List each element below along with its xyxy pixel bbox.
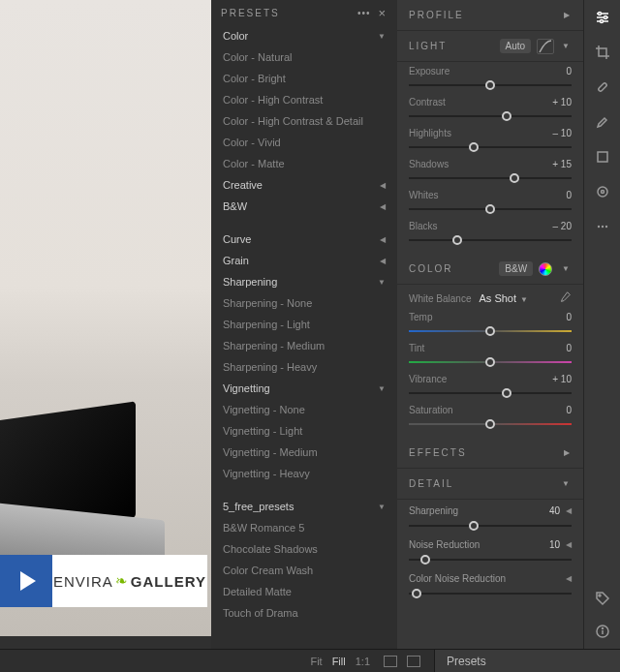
preset-item[interactable]: Touch of Drama [211,602,397,624]
slider-highlights[interactable]: Highlights– 10 [397,128,583,155]
detail-label: DETAIL [409,478,453,489]
color-section: COLOR B&W ▼ [397,254,583,285]
svg-rect-6 [598,82,607,92]
preset-item[interactable]: Sharpening - None [211,292,397,314]
preset-item[interactable]: Color - Matte [211,153,397,174]
wb-label: White Balance [409,293,471,304]
preset-item[interactable]: Vignetting - Light [211,420,397,442]
chevron-down-icon[interactable]: ▼ [562,479,572,488]
preset-group[interactable]: B&W◀ [211,196,397,217]
svg-rect-7 [598,152,607,162]
slider-noise-reduction[interactable] [409,552,572,567]
slider-whites[interactable]: Whites0 [397,190,583,217]
detail-section: DETAIL ▼ [397,469,583,500]
presets-menu-icon[interactable]: ••• [357,8,371,18]
zoom-fit[interactable]: Fit [310,656,322,667]
preset-item[interactable]: Sharpening - Light [211,314,397,335]
tool-strip [583,0,620,649]
preset-item[interactable]: Chocolate Shadows [211,538,397,560]
profile-label: PROFILE [409,10,464,20]
svg-point-16 [602,628,603,629]
light-label: LIGHT [409,41,447,51]
zoom-fill[interactable]: Fill [332,656,346,667]
wb-select[interactable]: As Shot▼ [479,292,527,304]
preset-group[interactable]: Curve◀ [211,229,397,250]
photo-preview[interactable]: ENVIRA❧GALLERY [0,0,211,636]
slider-color-noise-reduction[interactable] [409,586,572,601]
auto-button[interactable]: Auto [500,39,532,53]
slider-exposure[interactable]: Exposure0 [397,66,583,93]
svg-point-3 [598,13,601,15]
presets-title: PRESETS [221,8,280,18]
preset-item[interactable]: Detailed Matte [211,581,397,602]
edit-sliders-icon[interactable] [593,8,612,27]
slider-tint[interactable]: Tint0 [397,343,583,370]
slider-vibrance[interactable]: Vibrance+ 10 [397,374,583,401]
svg-point-13 [599,595,601,596]
color-mixer-icon[interactable] [539,262,552,276]
preset-item[interactable]: B&W Romance 5 [211,517,397,538]
svg-point-9 [601,191,604,194]
chevron-right-icon[interactable]: ◀ [566,506,572,515]
svg-point-8 [598,187,607,197]
more-icon[interactable] [593,217,612,236]
grid-icon[interactable] [407,656,420,667]
slider-temp[interactable]: Temp0 [397,312,583,339]
chevron-right-icon[interactable]: ▶ [564,11,572,19]
slider-contrast[interactable]: Contrast+ 10 [397,97,583,124]
canvas-area: ENVIRA❧GALLERY [0,0,211,672]
tag-icon[interactable] [593,589,612,608]
slider-sharpening[interactable] [409,518,572,534]
preset-item[interactable]: Color - Vivid [211,132,397,153]
logo-envira: ENVIRA [53,573,113,590]
heal-icon[interactable] [593,77,612,97]
slider-shadows[interactable]: Shadows+ 15 [397,159,583,186]
chevron-right-icon[interactable]: ▶ [564,448,572,457]
slider-saturation[interactable]: Saturation0 [397,405,583,432]
watermark: ENVIRA❧GALLERY [0,555,207,607]
svg-point-12 [604,226,606,228]
preset-group[interactable]: Creative◀ [211,174,397,196]
info-icon[interactable] [593,622,612,641]
preset-group[interactable]: Sharpening▼ [211,271,397,292]
close-icon[interactable]: × [378,6,388,20]
preset-item[interactable]: Color - High Contrast [211,89,397,110]
edit-panel: PROFILE ▶ LIGHT Auto ▼ Exposure0Contrast… [397,0,583,649]
chevron-down-icon[interactable]: ▼ [562,42,572,50]
effects-label: EFFECTS [409,447,467,458]
slider-blacks[interactable]: Blacks– 20 [397,221,583,248]
preset-item[interactable]: Vignetting - None [211,399,397,420]
chevron-down-icon[interactable]: ▼ [562,264,572,273]
flag-icon[interactable] [384,656,397,667]
preset-group[interactable]: Color▼ [211,25,397,46]
chevron-right-icon[interactable]: ◀ [566,574,572,583]
preset-group[interactable]: 5_free_presets▼ [211,496,397,517]
brush-icon[interactable] [593,112,612,132]
preset-item[interactable]: Color - Natural [211,46,397,68]
curve-icon[interactable] [537,39,554,54]
detail-color-noise-reduction: Color Noise Reduction◀ [397,573,583,584]
preset-group[interactable]: Vignetting▼ [211,378,397,399]
crop-icon[interactable] [593,43,612,62]
preset-group[interactable]: Grain◀ [211,250,397,271]
light-section: LIGHT Auto ▼ [397,31,583,62]
preset-item[interactable]: Color - Bright [211,68,397,89]
chevron-right-icon[interactable]: ◀ [566,540,572,549]
eyedropper-icon[interactable] [558,290,572,306]
linear-gradient-icon[interactable] [593,147,612,167]
bw-button[interactable]: B&W [499,261,533,276]
zoom-1-1[interactable]: 1:1 [356,656,370,667]
preset-item[interactable]: Sharpening - Heavy [211,356,397,378]
effects-section[interactable]: EFFECTS ▶ [397,438,583,469]
logo-gallery: GALLERY [131,573,206,590]
preset-item[interactable]: Color - High Contrast & Detail [211,110,397,132]
presets-footer-button[interactable]: Presets [434,650,620,673]
preset-item[interactable]: Vignetting - Medium [211,442,397,463]
profile-section[interactable]: PROFILE ▶ [397,0,583,31]
preset-item[interactable]: Vignetting - Heavy [211,463,397,484]
radial-gradient-icon[interactable] [593,182,612,201]
detail-noise-reduction: Noise Reduction10◀ [397,539,583,550]
svg-point-5 [600,20,603,23]
preset-item[interactable]: Sharpening - Medium [211,335,397,356]
preset-item[interactable]: Color Cream Wash [211,560,397,581]
